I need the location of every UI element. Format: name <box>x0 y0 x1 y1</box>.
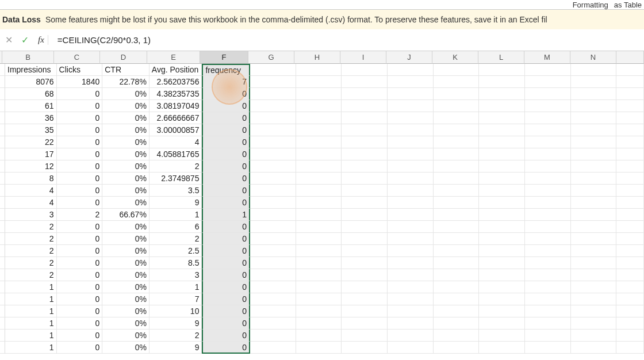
empty-cell[interactable] <box>571 269 617 281</box>
cell-clicks[interactable]: 0 <box>57 124 103 136</box>
empty-cell[interactable] <box>434 317 480 330</box>
empty-cell[interactable] <box>342 221 388 233</box>
cell-impressions[interactable]: 35 <box>5 124 57 136</box>
empty-cell[interactable] <box>525 233 571 245</box>
empty-cell[interactable] <box>571 76 617 88</box>
empty-cell[interactable] <box>616 209 644 221</box>
empty-cell[interactable] <box>479 148 525 160</box>
empty-cell[interactable] <box>571 209 617 221</box>
empty-cell[interactable] <box>434 281 480 293</box>
empty-cell[interactable] <box>250 342 296 354</box>
column-header-C[interactable]: C <box>54 51 100 64</box>
empty-cell[interactable] <box>388 293 434 305</box>
empty-cell[interactable] <box>571 160 617 173</box>
empty-cell[interactable] <box>434 76 480 88</box>
cell-ctr[interactable]: 0% <box>102 281 150 293</box>
empty-cell[interactable] <box>250 124 296 136</box>
empty-cell[interactable] <box>525 185 571 197</box>
column-header-I[interactable]: I <box>340 51 386 64</box>
cell-clicks[interactable]: 0 <box>57 112 103 124</box>
column-header-F[interactable]: F <box>200 51 248 64</box>
empty-cell[interactable] <box>571 293 617 305</box>
cell-avgpos[interactable]: 2 <box>150 160 202 173</box>
empty-cell[interactable] <box>296 209 342 221</box>
cell-frequency[interactable]: 1 <box>202 209 250 221</box>
empty-cell[interactable] <box>296 197 342 209</box>
cell-ctr[interactable]: 0% <box>102 173 150 185</box>
ribbon-formatting-label[interactable]: Formatting <box>573 1 608 9</box>
empty-cell[interactable] <box>388 342 434 354</box>
empty-cell[interactable] <box>296 245 342 257</box>
empty-cell[interactable] <box>342 136 388 148</box>
row-edge[interactable] <box>0 269 5 281</box>
empty-cell[interactable] <box>388 233 434 245</box>
empty-cell[interactable] <box>296 160 342 173</box>
empty-cell[interactable] <box>616 100 644 112</box>
empty-cell[interactable] <box>616 124 644 136</box>
cell-impressions[interactable]: 2 <box>5 221 57 233</box>
empty-cell[interactable] <box>342 100 388 112</box>
empty-cell[interactable] <box>571 124 617 136</box>
empty-cell[interactable] <box>342 293 388 305</box>
empty-cell[interactable] <box>571 148 617 160</box>
row-edge[interactable] <box>0 88 5 100</box>
empty-cell[interactable] <box>616 293 644 305</box>
cell-frequency[interactable]: 0 <box>202 281 250 293</box>
row-edge[interactable] <box>0 112 5 124</box>
cell-ctr[interactable]: 22.78% <box>102 76 150 88</box>
cell-clicks[interactable]: 0 <box>57 293 103 305</box>
empty-cell[interactable] <box>342 64 388 76</box>
cell-frequency[interactable]: 0 <box>202 305 250 317</box>
cell-impressions[interactable]: 2 <box>5 233 57 245</box>
cell-impressions[interactable]: 2 <box>5 245 57 257</box>
row-edge[interactable] <box>0 100 5 112</box>
row-edge[interactable] <box>0 342 5 354</box>
empty-cell[interactable] <box>296 173 342 185</box>
empty-cell[interactable] <box>434 197 480 209</box>
empty-cell[interactable] <box>525 293 571 305</box>
empty-cell[interactable] <box>479 330 525 342</box>
empty-cell[interactable] <box>342 245 388 257</box>
empty-cell[interactable] <box>388 173 434 185</box>
empty-cell[interactable] <box>250 293 296 305</box>
empty-cell[interactable] <box>479 185 525 197</box>
empty-cell[interactable] <box>342 281 388 293</box>
column-header-L[interactable]: L <box>478 51 524 64</box>
empty-cell[interactable] <box>571 185 617 197</box>
empty-cell[interactable] <box>525 173 571 185</box>
empty-cell[interactable] <box>388 100 434 112</box>
empty-cell[interactable] <box>250 257 296 269</box>
empty-cell[interactable] <box>250 185 296 197</box>
empty-cell[interactable] <box>388 185 434 197</box>
empty-cell[interactable] <box>342 342 388 354</box>
empty-cell[interactable] <box>571 257 617 269</box>
empty-cell[interactable] <box>296 269 342 281</box>
empty-cell[interactable] <box>525 160 571 173</box>
cell-frequency[interactable]: 0 <box>202 136 250 148</box>
cell-avgpos[interactable]: 1 <box>150 209 202 221</box>
empty-cell[interactable] <box>571 281 617 293</box>
empty-cell[interactable] <box>479 100 525 112</box>
empty-cell[interactable] <box>250 245 296 257</box>
row-edge[interactable] <box>0 124 5 136</box>
empty-cell[interactable] <box>571 233 617 245</box>
cell-impressions[interactable]: 1 <box>5 317 57 330</box>
row-edge[interactable] <box>0 160 5 173</box>
empty-cell[interactable] <box>250 160 296 173</box>
cell-clicks[interactable]: 0 <box>57 136 103 148</box>
cell-avgpos[interactable]: 7 <box>150 293 202 305</box>
empty-cell[interactable] <box>616 305 644 317</box>
cell-impressions[interactable]: 17 <box>5 148 57 160</box>
empty-cell[interactable] <box>571 136 617 148</box>
empty-cell[interactable] <box>616 160 644 173</box>
empty-cell[interactable] <box>342 185 388 197</box>
empty-cell[interactable] <box>434 245 480 257</box>
empty-cell[interactable] <box>250 148 296 160</box>
empty-cell[interactable] <box>571 221 617 233</box>
header-cell-clicks[interactable]: Clicks <box>57 64 103 76</box>
cell-impressions[interactable]: 4 <box>5 197 57 209</box>
empty-cell[interactable] <box>571 305 617 317</box>
cell-ctr[interactable]: 0% <box>102 136 150 148</box>
empty-cell[interactable] <box>388 269 434 281</box>
empty-cell[interactable] <box>571 197 617 209</box>
